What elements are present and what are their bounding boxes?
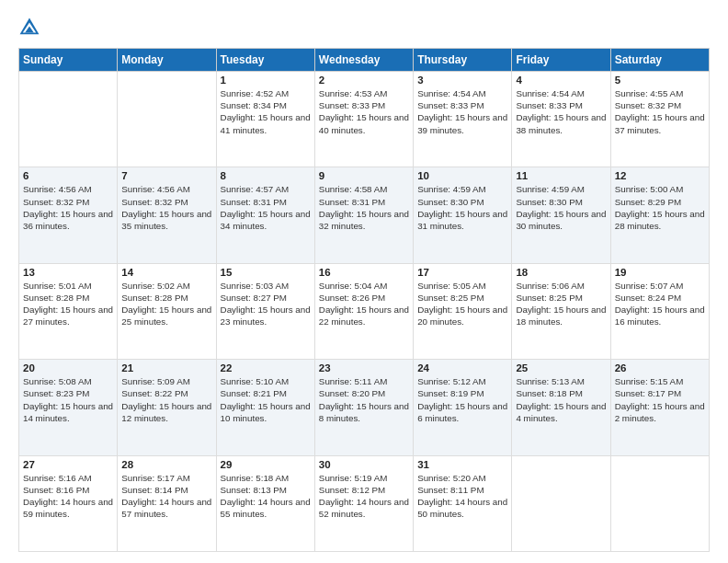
day-number: 31 <box>417 459 507 470</box>
day-info: Sunrise: 4:52 AM Sunset: 8:34 PM Dayligh… <box>221 87 311 136</box>
day-info: Sunrise: 5:01 AM Sunset: 8:28 PM Dayligh… <box>23 280 113 328</box>
day-info: Sunrise: 5:16 AM Sunset: 8:16 PM Dayligh… <box>23 472 113 521</box>
weekday-header-tuesday: Tuesday <box>216 49 314 72</box>
calendar-cell <box>512 455 610 551</box>
day-info: Sunrise: 5:10 AM Sunset: 8:21 PM Dayligh… <box>221 375 311 424</box>
calendar-cell: 9Sunrise: 4:58 AM Sunset: 8:31 PM Daylig… <box>314 167 413 263</box>
calendar-cell: 14Sunrise: 5:02 AM Sunset: 8:28 PM Dayli… <box>118 263 216 359</box>
day-info: Sunrise: 4:56 AM Sunset: 8:32 PM Dayligh… <box>121 183 211 232</box>
calendar-cell: 17Sunrise: 5:05 AM Sunset: 8:25 PM Dayli… <box>414 263 512 359</box>
calendar-cell: 15Sunrise: 5:03 AM Sunset: 8:27 PM Dayli… <box>216 263 314 359</box>
day-number: 28 <box>121 459 211 470</box>
day-info: Sunrise: 5:18 AM Sunset: 8:13 PM Dayligh… <box>221 472 311 521</box>
day-number: 25 <box>516 362 606 373</box>
day-info: Sunrise: 5:08 AM Sunset: 8:23 PM Dayligh… <box>23 375 113 424</box>
day-info: Sunrise: 4:56 AM Sunset: 8:32 PM Dayligh… <box>23 183 113 232</box>
day-number: 15 <box>221 267 311 278</box>
page: SundayMondayTuesdayWednesdayThursdayFrid… <box>0 0 728 563</box>
day-number: 8 <box>221 170 311 181</box>
calendar-table: SundayMondayTuesdayWednesdayThursdayFrid… <box>18 48 710 552</box>
day-info: Sunrise: 5:13 AM Sunset: 8:18 PM Dayligh… <box>516 375 606 424</box>
weekday-header-wednesday: Wednesday <box>314 49 413 72</box>
day-info: Sunrise: 4:54 AM Sunset: 8:33 PM Dayligh… <box>417 87 507 136</box>
day-info: Sunrise: 5:17 AM Sunset: 8:14 PM Dayligh… <box>121 472 211 521</box>
day-number: 18 <box>516 267 606 278</box>
day-number: 1 <box>221 75 311 86</box>
calendar-cell: 16Sunrise: 5:04 AM Sunset: 8:26 PM Dayli… <box>314 263 413 359</box>
calendar-cell: 12Sunrise: 5:00 AM Sunset: 8:29 PM Dayli… <box>610 167 709 263</box>
logo <box>18 17 44 39</box>
day-number: 22 <box>221 362 311 373</box>
day-info: Sunrise: 4:54 AM Sunset: 8:33 PM Dayligh… <box>516 87 606 136</box>
day-info: Sunrise: 4:57 AM Sunset: 8:31 PM Dayligh… <box>221 183 311 232</box>
weekday-header-sunday: Sunday <box>19 49 118 72</box>
day-number: 26 <box>615 362 705 373</box>
calendar-cell: 28Sunrise: 5:17 AM Sunset: 8:14 PM Dayli… <box>118 455 216 551</box>
calendar-cell: 23Sunrise: 5:11 AM Sunset: 8:20 PM Dayli… <box>314 360 413 455</box>
calendar-cell: 19Sunrise: 5:07 AM Sunset: 8:24 PM Dayli… <box>610 263 709 359</box>
calendar-cell: 29Sunrise: 5:18 AM Sunset: 8:13 PM Dayli… <box>216 455 314 551</box>
day-info: Sunrise: 5:06 AM Sunset: 8:25 PM Dayligh… <box>516 280 606 328</box>
calendar-cell: 11Sunrise: 4:59 AM Sunset: 8:30 PM Dayli… <box>512 167 610 263</box>
day-info: Sunrise: 5:11 AM Sunset: 8:20 PM Dayligh… <box>319 375 409 424</box>
weekday-header-thursday: Thursday <box>414 49 512 72</box>
day-info: Sunrise: 5:12 AM Sunset: 8:19 PM Dayligh… <box>417 375 507 424</box>
calendar-cell: 21Sunrise: 5:09 AM Sunset: 8:22 PM Dayli… <box>118 360 216 455</box>
weekday-header-monday: Monday <box>118 49 216 72</box>
calendar-cell: 1Sunrise: 4:52 AM Sunset: 8:34 PM Daylig… <box>216 72 314 167</box>
day-info: Sunrise: 5:20 AM Sunset: 8:11 PM Dayligh… <box>417 472 507 521</box>
day-info: Sunrise: 5:05 AM Sunset: 8:25 PM Dayligh… <box>417 280 507 328</box>
day-number: 9 <box>319 170 409 181</box>
day-info: Sunrise: 4:59 AM Sunset: 8:30 PM Dayligh… <box>516 183 606 232</box>
day-info: Sunrise: 5:03 AM Sunset: 8:27 PM Dayligh… <box>221 280 311 328</box>
calendar-week-0: 1Sunrise: 4:52 AM Sunset: 8:34 PM Daylig… <box>19 72 710 167</box>
calendar-body: 1Sunrise: 4:52 AM Sunset: 8:34 PM Daylig… <box>19 72 710 552</box>
weekday-row: SundayMondayTuesdayWednesdayThursdayFrid… <box>19 49 710 72</box>
weekday-header-saturday: Saturday <box>610 49 709 72</box>
calendar-cell: 6Sunrise: 4:56 AM Sunset: 8:32 PM Daylig… <box>19 167 118 263</box>
calendar-cell: 2Sunrise: 4:53 AM Sunset: 8:33 PM Daylig… <box>314 72 413 167</box>
logo-icon <box>18 17 40 39</box>
day-number: 21 <box>121 362 211 373</box>
calendar-cell: 8Sunrise: 4:57 AM Sunset: 8:31 PM Daylig… <box>216 167 314 263</box>
calendar-header: SundayMondayTuesdayWednesdayThursdayFrid… <box>19 49 710 72</box>
calendar-week-2: 13Sunrise: 5:01 AM Sunset: 8:28 PM Dayli… <box>19 263 710 359</box>
day-info: Sunrise: 5:00 AM Sunset: 8:29 PM Dayligh… <box>615 183 705 232</box>
calendar-cell <box>610 455 709 551</box>
day-number: 30 <box>319 459 409 470</box>
day-info: Sunrise: 4:53 AM Sunset: 8:33 PM Dayligh… <box>319 87 409 136</box>
day-number: 27 <box>23 459 113 470</box>
calendar-cell: 3Sunrise: 4:54 AM Sunset: 8:33 PM Daylig… <box>414 72 512 167</box>
calendar-cell: 22Sunrise: 5:10 AM Sunset: 8:21 PM Dayli… <box>216 360 314 455</box>
day-number: 29 <box>221 459 311 470</box>
day-number: 2 <box>319 75 409 86</box>
calendar-cell <box>118 72 216 167</box>
day-number: 5 <box>615 75 705 86</box>
calendar-cell: 24Sunrise: 5:12 AM Sunset: 8:19 PM Dayli… <box>414 360 512 455</box>
calendar-cell: 27Sunrise: 5:16 AM Sunset: 8:16 PM Dayli… <box>19 455 118 551</box>
calendar-cell: 7Sunrise: 4:56 AM Sunset: 8:32 PM Daylig… <box>118 167 216 263</box>
day-number: 14 <box>121 267 211 278</box>
day-info: Sunrise: 5:19 AM Sunset: 8:12 PM Dayligh… <box>319 472 409 521</box>
header <box>18 17 710 39</box>
day-number: 24 <box>417 362 507 373</box>
day-number: 12 <box>615 170 705 181</box>
calendar-cell: 4Sunrise: 4:54 AM Sunset: 8:33 PM Daylig… <box>512 72 610 167</box>
day-number: 10 <box>417 170 507 181</box>
day-info: Sunrise: 5:15 AM Sunset: 8:17 PM Dayligh… <box>615 375 705 424</box>
day-info: Sunrise: 5:02 AM Sunset: 8:28 PM Dayligh… <box>121 280 211 328</box>
calendar-cell: 25Sunrise: 5:13 AM Sunset: 8:18 PM Dayli… <box>512 360 610 455</box>
day-info: Sunrise: 4:59 AM Sunset: 8:30 PM Dayligh… <box>417 183 507 232</box>
day-info: Sunrise: 4:55 AM Sunset: 8:32 PM Dayligh… <box>615 87 705 136</box>
day-number: 11 <box>516 170 606 181</box>
day-number: 17 <box>417 267 507 278</box>
calendar-cell: 30Sunrise: 5:19 AM Sunset: 8:12 PM Dayli… <box>314 455 413 551</box>
day-info: Sunrise: 5:09 AM Sunset: 8:22 PM Dayligh… <box>121 375 211 424</box>
calendar-cell: 13Sunrise: 5:01 AM Sunset: 8:28 PM Dayli… <box>19 263 118 359</box>
day-number: 7 <box>121 170 211 181</box>
weekday-header-friday: Friday <box>512 49 610 72</box>
day-number: 23 <box>319 362 409 373</box>
calendar-week-4: 27Sunrise: 5:16 AM Sunset: 8:16 PM Dayli… <box>19 455 710 551</box>
day-info: Sunrise: 5:07 AM Sunset: 8:24 PM Dayligh… <box>615 280 705 328</box>
day-number: 16 <box>319 267 409 278</box>
